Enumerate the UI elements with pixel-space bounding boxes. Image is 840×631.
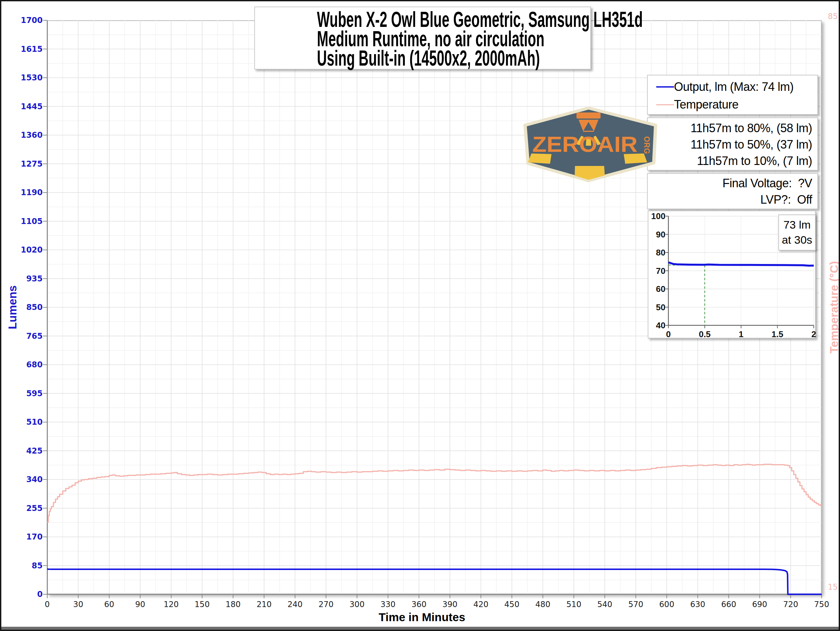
legend-box: Output, lm (Max: 74 lm) Temperature — [647, 75, 818, 115]
voltage-box: Final Voltage: ?V LVP?: Off — [647, 173, 818, 209]
y-axis-tick-label: 425 — [1, 446, 43, 456]
legend-item-output: Output, lm (Max: 74 lm) — [648, 78, 817, 96]
inset-chart-box: 40506070809010000.511.52 73 lm at 30s — [648, 211, 816, 338]
final-voltage-text: Final Voltage: ?V — [648, 175, 812, 191]
zeroair-logo: ZEROAIR ORG — [518, 107, 663, 193]
y-axis-tick-label: 85 — [1, 561, 43, 571]
y-axis-tick-label: 1700 — [1, 16, 43, 25]
inset-x-tick-label: 0.5 — [692, 330, 718, 338]
legend-label-temperature: Temperature — [674, 98, 739, 112]
runtime-to-10: 11h57m to 10%, (7 lm) — [648, 153, 812, 169]
logo-wordmark: ZEROAIR — [532, 132, 638, 156]
right-axis-label-top: 85 — [824, 11, 840, 21]
inset-y-tick-label: 50 — [648, 303, 665, 312]
y-axis-tick-label: 170 — [1, 532, 43, 542]
y-axis-tick-label: 1615 — [1, 44, 43, 54]
inset-x-tick-label: 1.5 — [764, 330, 791, 338]
y-axis-tick-label: 1190 — [1, 188, 43, 197]
inset-x-tick-label: 2 — [801, 330, 827, 338]
logo-org-suffix: ORG — [643, 136, 652, 155]
y-axis-tick-label: 1275 — [1, 159, 43, 169]
y-axis-tick-label: 1360 — [1, 130, 43, 140]
y-axis-tick-label: 0 — [1, 589, 43, 599]
runtime-summary-box: 11h57m to 80%, (58 lm) 11h57m to 50%, (3… — [647, 117, 818, 170]
inset-y-tick-label: 90 — [648, 230, 665, 239]
inset-y-tick-label: 80 — [648, 248, 665, 257]
runtime-to-80: 11h57m to 80%, (58 lm) — [648, 120, 812, 136]
chart-canvas: 0851702553404255105956807658509351020110… — [0, 0, 840, 631]
inset-y-tick-label: 70 — [648, 267, 665, 275]
y-axis-tick-label: 595 — [1, 389, 43, 399]
chart-title-box: Wuben X-2 Owl Blue Geometric, Samsung LH… — [254, 6, 591, 69]
inset-y-tick-label: 60 — [648, 285, 665, 293]
y-axis-tick-label: 935 — [1, 274, 43, 284]
annotation-time: at 30s — [779, 232, 815, 247]
y-axis-tick-label: 680 — [1, 360, 43, 370]
y-axis-tick-label: 1530 — [1, 73, 43, 83]
lvp-text: LVP?: Off — [648, 191, 812, 208]
y-axis-title-lumens: Lumens — [6, 286, 19, 329]
y-axis-tick-label: 510 — [1, 417, 43, 427]
y-axis-tick-label: 765 — [1, 331, 43, 341]
y-axis-tick-label: 1445 — [1, 102, 43, 112]
inset-annotation-box: 73 lm at 30s — [778, 215, 816, 251]
y-axis-tick-label: 1105 — [1, 216, 43, 226]
right-axis-label-bottom: 15 — [824, 582, 840, 592]
temperature-line-swatch — [656, 104, 674, 105]
legend-item-temperature: Temperature — [648, 96, 817, 114]
inset-x-tick-label: 1 — [728, 330, 754, 338]
x-axis-tick-label: 750 — [802, 599, 840, 609]
chart-title-line-3: Using Built-in (14500x2, 2000mAh) — [317, 49, 528, 68]
annotation-lumens: 73 lm — [779, 217, 815, 232]
output-line-swatch — [656, 86, 674, 88]
inset-x-tick-label: 0 — [655, 330, 682, 338]
y-axis-tick-label: 255 — [1, 503, 43, 513]
y-axis-tick-label: 1020 — [1, 245, 43, 255]
inset-y-tick-label: 100 — [648, 212, 665, 220]
bottom-border-bar — [1, 627, 839, 630]
x-axis-title: Time in Minutes — [379, 610, 465, 624]
y-axis-title-temperature: Temperature (°C) — [827, 261, 840, 353]
y-axis-tick-label: 340 — [1, 475, 43, 484]
legend-label-output: Output, lm (Max: 74 lm) — [674, 80, 794, 94]
runtime-to-50: 11h57m to 50%, (37 lm) — [648, 136, 812, 153]
inset-y-tick-label: 40 — [648, 321, 665, 330]
